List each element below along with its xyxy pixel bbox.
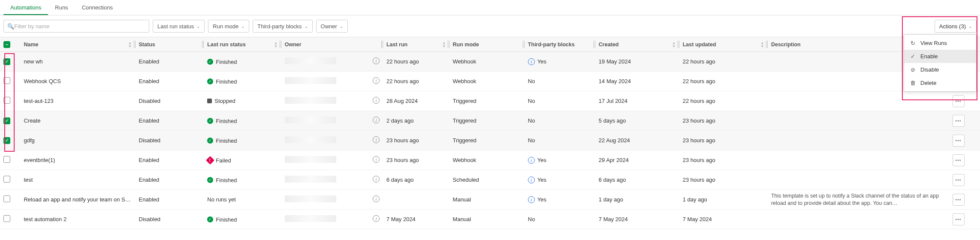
table-row[interactable]: ✓CreateEnabled✓Finishedi2 days agoTrigge… (0, 111, 980, 131)
updated-cell: 23 hours ago (679, 170, 768, 190)
last-run-status-cell: ✓Finished (204, 210, 281, 229)
info-icon[interactable]: i (373, 57, 380, 64)
row-actions-button[interactable]: ⋯ (953, 135, 965, 147)
third-party-cell: iYes (525, 170, 595, 190)
menu-item-view-runs[interactable]: ↻View Runs (904, 36, 976, 50)
owner-redacted (285, 156, 336, 163)
row-checkbox[interactable] (3, 156, 10, 163)
last-run-status-cell: ✓Finished (204, 111, 281, 131)
trash-icon: 🗑 (909, 80, 916, 86)
stopped-icon (207, 99, 212, 103)
row-checkbox[interactable] (3, 195, 10, 202)
row-checkbox[interactable]: ✓ (3, 58, 10, 65)
row-actions-button[interactable]: ⋯ (953, 95, 965, 107)
updated-cell: 7 May 2024 (679, 210, 768, 229)
info-icon[interactable]: i (373, 215, 380, 222)
filter-third-party[interactable]: Third-party blocks⌄ (253, 20, 312, 33)
tab-runs[interactable]: Runs (48, 1, 75, 15)
filter-last-run-status[interactable]: Last run status⌄ (153, 20, 205, 33)
last-run-cell (383, 190, 449, 210)
row-actions-button[interactable]: ⋯ (953, 154, 965, 166)
table-row[interactable]: eventbrite(1)EnabledFailedi23 hours agoW… (0, 150, 980, 170)
row-checkbox[interactable]: ✓ (3, 117, 10, 124)
filter-run-mode[interactable]: Run mode⌄ (208, 20, 249, 33)
row-checkbox[interactable] (3, 77, 10, 84)
search-input[interactable] (14, 23, 145, 30)
table-row[interactable]: ✓new whEnabled✓Finishedi22 hours agoWebh… (0, 52, 980, 72)
third-party-cell: iYes (525, 52, 595, 72)
row-checkbox[interactable] (3, 215, 10, 222)
menu-label: Delete (920, 80, 937, 86)
status-cell: Disabled (136, 210, 204, 229)
name-cell: Create (20, 111, 135, 131)
menu-item-enable[interactable]: ✓Enable (904, 50, 976, 63)
description-cell (768, 210, 949, 229)
sort-icon[interactable]: ▲▼ (672, 41, 676, 48)
toolbar: 🔍 Last run status⌄ Run mode⌄ Third-party… (0, 15, 980, 37)
created-cell: 17 Jul 2024 (595, 91, 679, 111)
select-all-checkbox[interactable]: − (3, 41, 10, 48)
row-actions-button[interactable]: ⋯ (953, 213, 965, 225)
sort-icon[interactable]: ▲▼ (128, 41, 132, 48)
info-icon[interactable]: i (373, 176, 380, 183)
row-actions-button[interactable]: ⋯ (953, 194, 965, 206)
run-mode-cell: Webhook (449, 52, 525, 72)
table-row[interactable]: Webhook QCSEnabled✓Finishedi22 hours ago… (0, 72, 980, 91)
col-name[interactable]: Name▲▼ (20, 37, 135, 52)
info-icon[interactable]: i (373, 97, 380, 104)
owner-redacted (285, 77, 336, 84)
col-owner[interactable]: Owner (281, 37, 383, 52)
run-mode-cell: Triggered (449, 131, 525, 150)
run-mode-cell: Manual (449, 210, 525, 229)
info-icon[interactable]: i (373, 156, 380, 163)
col-label: Created (599, 42, 619, 48)
col-third_party[interactable]: Third-party blocks (525, 37, 595, 52)
table-row[interactable]: testEnabled✓Finishedi6 days agoScheduled… (0, 170, 980, 190)
col-last_updated[interactable]: Last updated▲▼ (679, 37, 768, 52)
menu-item-delete[interactable]: 🗑Delete (904, 76, 976, 90)
col-last_run_status[interactable]: Last run status▲▼ (204, 37, 281, 52)
sort-icon[interactable]: ▲▼ (760, 41, 764, 48)
info-icon[interactable]: i (373, 195, 380, 202)
row-actions-button[interactable]: ⋯ (953, 115, 965, 127)
info-icon[interactable]: i (528, 177, 535, 183)
info-icon[interactable]: i (373, 77, 380, 84)
row-checkbox[interactable] (3, 97, 10, 104)
last-run-status-cell: Stopped (204, 91, 281, 111)
name-cell: Webhook QCS (20, 72, 135, 91)
filter-owner[interactable]: Owner⌄ (316, 20, 348, 33)
last-run-cell: 23 hours ago (383, 150, 449, 170)
table-row[interactable]: test-aut-123DisabledStoppedi28 Aug 2024T… (0, 91, 980, 111)
col-run_mode[interactable]: Run mode (449, 37, 525, 52)
info-icon[interactable]: i (373, 136, 380, 143)
third-party-cell: No (525, 72, 595, 91)
col-status[interactable]: Status (136, 37, 204, 52)
tab-connections[interactable]: Connections (75, 1, 120, 15)
description-cell (768, 131, 949, 150)
table-row[interactable]: Reload an app and notify your team on Sl… (0, 190, 980, 210)
row-checkbox[interactable]: ✓ (3, 137, 10, 144)
row-actions-button[interactable]: ⋯ (953, 174, 965, 186)
owner-redacted (285, 136, 336, 143)
sort-icon[interactable]: ▲▼ (442, 41, 446, 48)
last-run-status-cell: No runs yet (204, 190, 281, 210)
owner-redacted (285, 97, 336, 104)
table-row[interactable]: test automation 2Disabled✓Finishedi7 May… (0, 210, 980, 229)
menu-item-disable[interactable]: ⊘Disable (904, 63, 976, 76)
search-wrap[interactable]: 🔍 (3, 20, 149, 33)
owner-cell: i (281, 91, 383, 111)
sort-icon[interactable]: ▲▼ (274, 41, 278, 48)
table-row[interactable]: ✓gdfgDisabled✓Finishedi23 hours agoTrigg… (0, 131, 980, 150)
col-created[interactable]: Created▲▼ (595, 37, 679, 52)
menu-label: Disable (920, 66, 939, 73)
col-last_run[interactable]: Last run▲▼ (383, 37, 449, 52)
finished-icon: ✓ (207, 177, 213, 183)
actions-button[interactable]: Actions (3)⌄ (935, 20, 977, 33)
tab-automations[interactable]: Automations (3, 1, 48, 15)
run-mode-cell: Manual (449, 190, 525, 210)
info-icon[interactable]: i (528, 157, 535, 164)
row-checkbox[interactable] (3, 176, 10, 183)
info-icon[interactable]: i (373, 117, 380, 123)
info-icon[interactable]: i (528, 196, 535, 203)
info-icon[interactable]: i (528, 58, 535, 65)
